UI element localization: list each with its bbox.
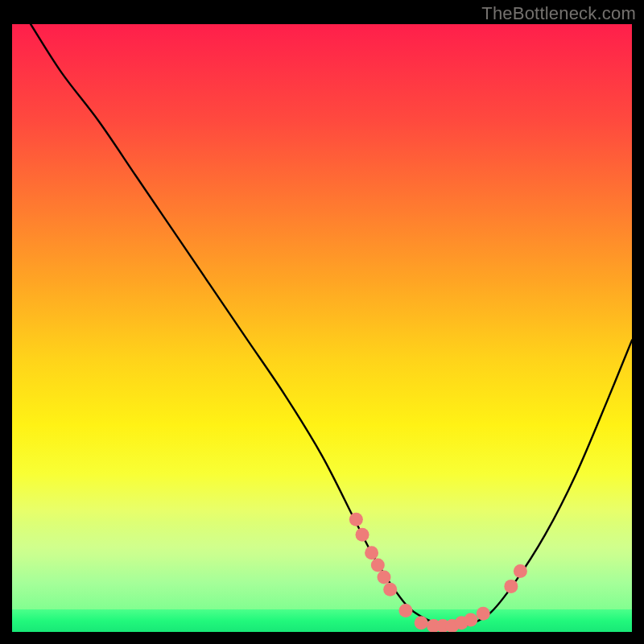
data-point (365, 546, 378, 559)
chart-svg (12, 24, 632, 632)
curve-line (31, 24, 632, 627)
data-markers (349, 513, 527, 632)
data-point (371, 558, 385, 572)
data-point (349, 513, 363, 526)
data-point (398, 604, 412, 617)
data-point (477, 607, 490, 621)
plot-area (12, 24, 632, 632)
data-point (514, 564, 527, 578)
data-point (383, 583, 397, 597)
data-point (415, 616, 428, 630)
watermark-text: TheBottleneck.com (481, 3, 636, 24)
data-point (356, 528, 369, 542)
data-point (464, 613, 477, 626)
chart-frame: TheBottleneck.com (0, 0, 644, 644)
data-point (504, 580, 518, 593)
data-point (378, 571, 391, 584)
